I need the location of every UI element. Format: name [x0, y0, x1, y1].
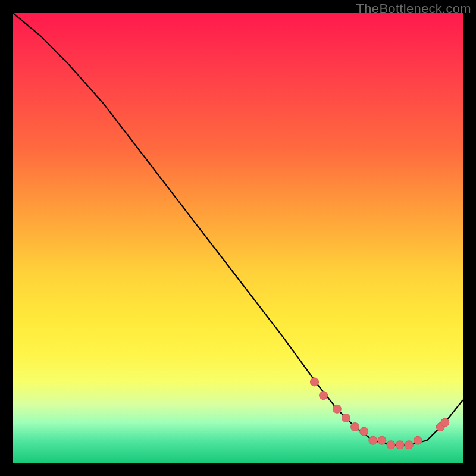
data-marker [342, 414, 350, 422]
data-marker [405, 441, 413, 449]
plot-area [13, 13, 463, 463]
watermark-text: TheBottleneck.com [356, 1, 471, 17]
data-marker [441, 418, 449, 427]
data-marker [369, 436, 377, 444]
data-marker [360, 427, 368, 436]
data-marker [396, 441, 404, 449]
chart-stage: TheBottleneck.com [0, 0, 476, 476]
data-marker [333, 405, 341, 413]
data-marker [436, 423, 444, 431]
data-marker [320, 392, 328, 400]
curve-layer [13, 13, 463, 463]
data-marker [378, 436, 386, 444]
data-marker [414, 436, 422, 444]
bottleneck-curve [13, 13, 463, 445]
data-marker [351, 423, 359, 431]
marker-group [311, 378, 449, 449]
data-marker [311, 378, 319, 386]
data-marker [387, 441, 395, 449]
